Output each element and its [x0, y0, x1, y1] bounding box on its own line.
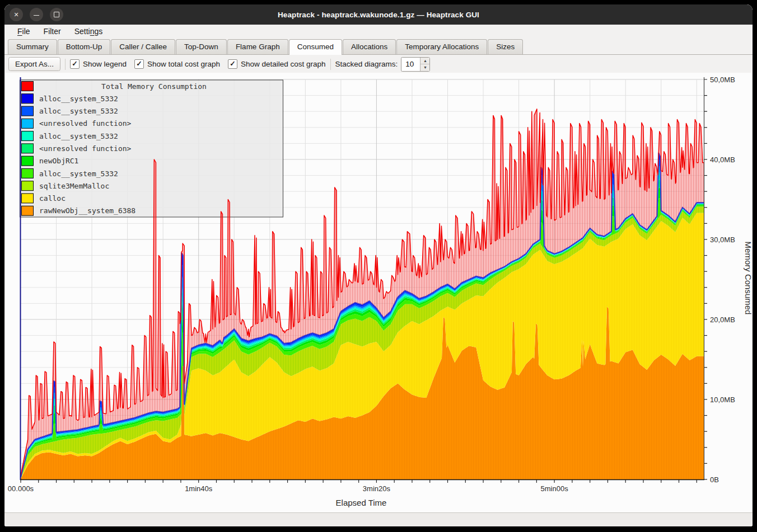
tab-caller-callee[interactable]: Caller / Callee	[111, 39, 175, 54]
legend-swatch	[22, 156, 34, 166]
stacked-diagrams-spinner[interactable]: 10 ▲ ▼	[401, 57, 430, 72]
heaptrack-window: ✕ Heaptrack - heaptrack.wakunode.1.gz — …	[4, 4, 753, 526]
checkbox-show-total-cost-graph[interactable]: ✓Show total cost graph	[134, 59, 220, 69]
legend-item-label: sqlite3MemMalloc	[39, 182, 109, 190]
close-icon[interactable]: ✕	[10, 8, 23, 21]
y-tick-label: 20,0MB	[710, 316, 735, 324]
spinner-down-icon[interactable]: ▼	[420, 64, 429, 71]
x-axis-title: Elapsed Time	[336, 498, 387, 507]
tab-bar: SummaryBottom-UpCaller / CalleeTop-DownF…	[4, 39, 753, 55]
legend-item-label: alloc__system_5332	[39, 95, 118, 103]
legend-swatch	[22, 119, 34, 128]
menu-bar: FileFilterSettings	[4, 25, 753, 39]
legend-swatch	[22, 131, 34, 141]
legend-swatch	[22, 82, 34, 91]
tab-top-down[interactable]: Top-Down	[176, 39, 227, 54]
legend-item-label: calloc	[39, 194, 66, 203]
tab-temporary-allocations[interactable]: Temporary Allocations	[396, 39, 487, 54]
legend-item-label: alloc__system_5332	[39, 107, 118, 115]
y-tick-label: 50,0MB	[710, 76, 735, 84]
legend-title: Total Memory Consumption	[101, 82, 207, 91]
tab-allocations[interactable]: Allocations	[343, 39, 396, 54]
checkbox-show-detailed-cost-graph[interactable]: ✓Show detailed cost graph	[228, 59, 326, 69]
checkbox-label: Show total cost graph	[147, 60, 220, 68]
menu-filter[interactable]: Filter	[37, 26, 68, 37]
stacked-diagrams-label: Stacked diagrams:	[335, 60, 398, 68]
export-as-button[interactable]: Export As...	[8, 57, 60, 71]
tab-consumed[interactable]: Consumed	[289, 39, 342, 55]
legend-swatch	[22, 206, 34, 215]
maximize-icon[interactable]	[50, 8, 63, 21]
y-axis-title: Memory Consumed	[744, 242, 751, 315]
legend-swatch	[22, 106, 34, 116]
checkbox-check-icon: ✓	[228, 59, 237, 69]
y-tick-label: 30,0MB	[710, 236, 735, 244]
memory-consumption-chart[interactable]: Total Memory Consumptionalloc__system_53…	[6, 73, 751, 513]
x-tick-label: 00.000s	[8, 484, 34, 493]
x-tick-label: 1min40s	[185, 484, 213, 493]
y-tick-label: 40,0MB	[710, 156, 735, 164]
checkbox-check-icon: ✓	[70, 59, 80, 69]
consumed-chart-panel: Total Memory Consumptionalloc__system_53…	[6, 73, 751, 513]
chart-legend: Total Memory Consumptionalloc__system_53…	[20, 80, 283, 217]
checkbox-label: Show legend	[83, 60, 127, 68]
legend-swatch	[22, 144, 34, 153]
tab-summary[interactable]: Summary	[8, 39, 57, 54]
toolbar-separator	[65, 59, 66, 70]
legend-swatch	[22, 181, 34, 191]
legend-swatch	[22, 94, 34, 103]
y-tick-label: 0B	[710, 475, 719, 484]
toolbar: Export As... ✓Show legend✓Show total cos…	[4, 55, 753, 73]
spinner-up-icon[interactable]: ▲	[420, 58, 429, 65]
legend-item-label: alloc__system_5332	[39, 132, 118, 140]
legend-item-label: <unresolved function>	[39, 119, 132, 128]
legend-item-label: newObjRC1	[39, 157, 78, 165]
legend-item-label: rawNewObj__system_6388	[39, 206, 135, 215]
checkbox-check-icon: ✓	[134, 59, 144, 69]
tab-flame-graph[interactable]: Flame Graph	[227, 39, 288, 54]
menu-file[interactable]: File	[11, 26, 37, 37]
legend-swatch	[22, 194, 34, 203]
title-bar[interactable]: ✕ Heaptrack - heaptrack.wakunode.1.gz — …	[4, 4, 753, 25]
x-tick-label: 3min20s	[363, 484, 391, 493]
status-bar	[4, 512, 753, 526]
checkbox-label: Show detailed cost graph	[241, 60, 326, 68]
legend-swatch	[22, 168, 34, 178]
toolbar-separator	[330, 59, 331, 70]
legend-item-label: alloc__system_5332	[39, 170, 118, 178]
window-title: Heaptrack - heaptrack.wakunode.1.gz — He…	[278, 11, 479, 19]
stacked-diagrams-value: 10	[401, 58, 420, 71]
minimize-icon[interactable]	[30, 8, 43, 21]
tab-sizes[interactable]: Sizes	[488, 39, 523, 54]
tab-bottom-up[interactable]: Bottom-Up	[58, 39, 111, 54]
y-tick-label: 10,0MB	[710, 396, 735, 404]
menu-settings[interactable]: Settings	[68, 26, 110, 37]
checkbox-show-legend[interactable]: ✓Show legend	[70, 59, 127, 69]
x-tick-label: 5min00s	[541, 484, 569, 493]
legend-item-label: <unresolved function>	[39, 144, 132, 153]
